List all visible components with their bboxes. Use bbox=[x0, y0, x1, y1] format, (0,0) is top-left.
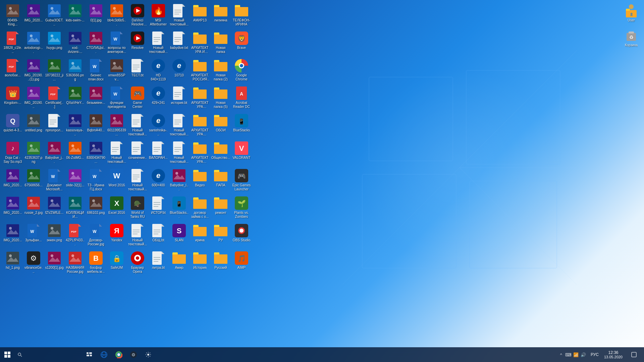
search-button[interactable] bbox=[15, 347, 82, 362]
icon-IMG_2020_3[interactable]: IMG_2020... bbox=[3, 195, 23, 222]
icon-hd1[interactable]: hd_1.png bbox=[3, 250, 23, 277]
icon-лилияна[interactable]: лилияна bbox=[211, 3, 231, 29]
notification-button[interactable] bbox=[627, 347, 641, 362]
icon-GoogleChrome[interactable]: Google Chrome bbox=[231, 58, 252, 84]
icon-ИСТОР[interactable]: ИСТОР.bt bbox=[148, 195, 168, 222]
icon-АРХИТЕКТ-СКУЛЬ[interactable]: АРХИТЕКТУРА СКУЛЬПТУ... bbox=[190, 140, 210, 167]
icon-user[interactable]: 👤 User bbox=[621, 3, 641, 26]
icon-DaVinci[interactable]: DaVinci Resolve Pro... bbox=[127, 3, 148, 29]
icon-xmwx8SSPv[interactable]: xmwx8SSPv... bbox=[107, 58, 127, 84]
icon-NewTxt8[interactable]: Новый текстовый... bbox=[127, 223, 148, 249]
taskbar-clock[interactable]: 12:36 13.05.2020 bbox=[601, 350, 625, 359]
icon-kids-swim[interactable]: kids-swim-... bbox=[65, 3, 85, 29]
icon-avtodorog[interactable]: avtodorogi-... bbox=[23, 30, 44, 57]
icon-Doja[interactable]: ♪ Doja Cat - Say So.mp3 bbox=[3, 140, 23, 167]
icon-NewTxt1[interactable]: Новый текстовый... bbox=[169, 3, 189, 29]
icon-quizlet4[interactable]: Q quizlet-4-3... bbox=[3, 113, 23, 139]
icon-волоб_1[interactable]: PDF волобое... bbox=[3, 58, 23, 84]
icon-8300434790[interactable]: 8300434790... bbox=[86, 140, 106, 167]
icon-IMG_20190_2[interactable]: IMG_20190... bbox=[23, 85, 44, 112]
icon-18828_c1fe[interactable]: PDF 18828_c1fe... bbox=[3, 30, 23, 57]
icon-NewTxt7[interactable]: Новый текстовый... bbox=[127, 168, 148, 194]
icon-Kingdom[interactable]: 👑 Kingdom-... bbox=[3, 85, 23, 112]
icon-AcrobatDC[interactable]: A Acrobat Reader DC bbox=[231, 85, 252, 112]
icon-SafeUM[interactable]: 🔒 SafeUM bbox=[107, 250, 127, 277]
icon-IMG_2020_1[interactable]: IMG_2020... bbox=[23, 3, 44, 29]
icon-MSI[interactable]: 🔥 MSI Afterburner bbox=[148, 3, 168, 29]
icon-Gubw3OET[interactable]: Gubw3OET... bbox=[44, 3, 64, 29]
chrome-taskbar-button[interactable] bbox=[111, 347, 126, 362]
settings-button[interactable] bbox=[141, 347, 156, 362]
icon-Новая_папка5[interactable]: Новая папка (5) bbox=[211, 85, 231, 112]
icon-4ZPLfP433[interactable]: PDF 4ZPLfP433... bbox=[65, 223, 85, 249]
icon-untitled_png[interactable]: untitled.png bbox=[23, 113, 44, 139]
icon-s1200_1[interactable]: s1200[1].jpg bbox=[44, 250, 64, 277]
icon-литра[interactable]: литра.bt bbox=[148, 250, 168, 277]
icon-NewTxt6[interactable]: Новый текстовый... bbox=[169, 140, 189, 167]
icon-slide32[interactable]: slide-32[1]... bbox=[65, 168, 85, 194]
icon-ОБЩ[interactable]: ОБЩ.bt bbox=[148, 223, 168, 249]
icon-SLAN[interactable]: S SLAN bbox=[169, 223, 189, 249]
icon-WorldOfTanks[interactable]: 🪖 World of Tanks RU bbox=[127, 195, 148, 222]
icon-babydive_txt[interactable]: babydive.txt bbox=[169, 30, 189, 57]
icon-PlantsZombies[interactable]: 🌱 Plants vs. Zombies bbox=[231, 195, 252, 222]
icon-Yandex[interactable]: Я Yandex bbox=[107, 223, 127, 249]
icon-Certificate[interactable]: PDF Certificate[...] bbox=[44, 85, 64, 112]
icon-ВАЛОРАН[interactable]: ВАЛОРАН... bbox=[148, 140, 168, 167]
icon-18738222[interactable]: 18738222_ji... bbox=[44, 58, 64, 84]
icon-АРХИТЕКТ-ВДИМ[interactable]: АРХИТЕКТУРА ВЛАДИМИР bbox=[190, 85, 210, 112]
steam-button[interactable]: ⚙ bbox=[126, 347, 141, 362]
icon-прпопрол[interactable]: прпопрол... bbox=[44, 113, 64, 139]
icon-06-ZstMG[interactable]: 06-ZstMG... bbox=[65, 140, 85, 167]
icon-безымянн[interactable]: безымянн... bbox=[86, 85, 106, 112]
icon-NewTxt2[interactable]: Новый текстовый... bbox=[148, 30, 168, 57]
icon-429x241[interactable]: e 429×241 bbox=[148, 85, 168, 112]
tray-volume[interactable]: 🔊 bbox=[581, 352, 586, 357]
start-button[interactable] bbox=[0, 347, 15, 362]
icon-Договор_Рос[interactable]: W Договор-России.jpg bbox=[86, 223, 106, 249]
icon-Видео[interactable]: Видео bbox=[190, 168, 210, 194]
icon-GameCenter[interactable]: 🎮 Game Center bbox=[127, 85, 148, 112]
icon-АРХИТЕКТ-НВГ[interactable]: АРХИТЕКТУРА НОВГОРОД bbox=[190, 113, 210, 139]
icon-босфор[interactable]: B босфор мебель.w... bbox=[86, 250, 106, 277]
icon-bb4c3d6b5[interactable]: bb4c3d6b5... bbox=[107, 3, 127, 29]
icon-АМИР13[interactable]: АМИР13 bbox=[190, 3, 210, 29]
icon-QXaVHeY[interactable]: QXaVHeY... bbox=[65, 85, 85, 112]
icon-ТЕСТ_bt[interactable]: ТЕСТ.bt bbox=[127, 58, 148, 84]
icon-67568656[interactable]: 67568656... bbox=[23, 168, 44, 194]
icon-6011995339[interactable]: 6011995339... bbox=[107, 113, 127, 139]
icon-Русский[interactable]: Русский bbox=[211, 250, 231, 277]
icon-Excel2016[interactable]: X Excel 2016 bbox=[107, 195, 127, 222]
icon-fZVZWfLE[interactable]: fZVZWfLE... bbox=[44, 195, 64, 222]
icon-Обществ[interactable]: Общество... bbox=[211, 140, 231, 167]
icon-ОБОИ[interactable]: ОБОИ bbox=[211, 113, 231, 139]
icon-NewTxt5[interactable]: Новый текстовый... bbox=[107, 140, 127, 167]
icon-0_1_jpg[interactable]: 0[1].jpg bbox=[86, 3, 106, 29]
icon-РУ[interactable]: РУ bbox=[211, 223, 231, 249]
icon-ДокМicrosoft[interactable]: W Документ Microsoft... bbox=[44, 168, 64, 194]
icon-OBSStudio[interactable]: OBS Studio bbox=[231, 223, 252, 249]
icon-huygu[interactable]: huygu.png bbox=[44, 30, 64, 57]
icon-Новая_папка[interactable]: Новая папка bbox=[211, 30, 231, 57]
icon-Babydive_jpg[interactable]: Babydive_j... bbox=[44, 140, 64, 167]
icon-kassovaya[interactable]: kassovaya-... bbox=[65, 113, 85, 139]
icon-Амир[interactable]: Амир bbox=[169, 250, 189, 277]
icon-BlueStacks[interactable]: 📱 BlueStacks bbox=[231, 113, 252, 139]
icon-Resolve[interactable]: Resolve bbox=[127, 30, 148, 57]
icon-vibranceGe[interactable]: ⚙ vibranceGe... bbox=[23, 250, 44, 277]
icon-IMG_2020_2[interactable]: IMG_2020... bbox=[3, 168, 23, 194]
tray-network[interactable]: 📶 bbox=[573, 352, 579, 357]
icon-функции[interactable]: W функции президента bbox=[107, 85, 127, 112]
icon-xod-dvizen[interactable]: xod-dvizeni-... bbox=[65, 30, 85, 57]
icon-recycle[interactable]: ♻ Корзина bbox=[621, 27, 641, 51]
icon-NewTxt3[interactable]: Новый текстовый... bbox=[127, 113, 148, 139]
task-view-button[interactable] bbox=[82, 347, 97, 362]
icon-энкен[interactable]: энкен.png bbox=[44, 223, 64, 249]
icon-BrauzerOpera[interactable]: Браузер Opera bbox=[127, 250, 148, 277]
icon-42353637[interactable]: 42353637.png bbox=[23, 140, 44, 167]
icon-История[interactable]: История bbox=[190, 250, 210, 277]
icon-Новая_папка2[interactable]: Новая папка (2) bbox=[211, 58, 231, 84]
icon-10710[interactable]: e 10710 bbox=[169, 58, 189, 84]
icon-686102[interactable]: 686102.png bbox=[86, 195, 106, 222]
icon-BlueStacksApp[interactable]: 📱 BlueStacks... bbox=[169, 195, 189, 222]
